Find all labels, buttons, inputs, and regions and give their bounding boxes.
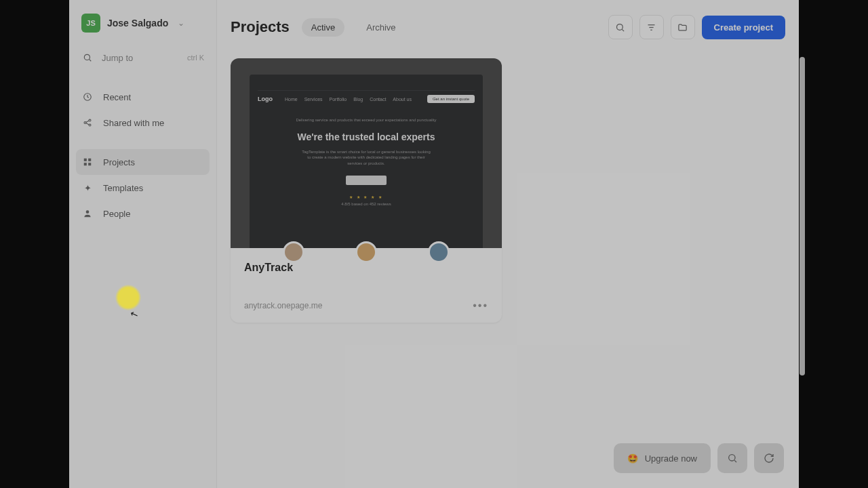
preview-button (346, 176, 387, 185)
upgrade-button[interactable]: 🤩 Upgrade now (614, 443, 711, 473)
svg-point-13 (617, 24, 623, 30)
emoji-icon: 🤩 (627, 453, 638, 464)
nav-projects[interactable]: Projects (76, 149, 210, 175)
preview-nav-item: Services (304, 97, 323, 102)
svg-line-19 (734, 460, 736, 462)
chevron-down-icon: ⌄ (178, 18, 184, 28)
nav-label: Shared with me (103, 118, 164, 128)
preview-desc: TagTemplate is the smart choice for loca… (302, 149, 431, 166)
nav-label: Recent (103, 92, 131, 102)
sparkle-icon: ✦ (81, 182, 94, 194)
preview-rating-stars: ★ ★ ★ ★ ★ (258, 195, 475, 199)
footer-actions: 🤩 Upgrade now (614, 443, 784, 473)
grid-icon (81, 156, 94, 168)
jump-shortcut: ctrl K (187, 54, 204, 62)
tab-archive[interactable]: Archive (357, 18, 405, 37)
preview-avatar (283, 241, 304, 263)
svg-line-14 (622, 29, 624, 31)
preview-heading: We're the trusted local experts (258, 131, 475, 142)
svg-rect-9 (88, 159, 91, 161)
preview-nav-item: Contact (370, 97, 386, 102)
nav-label: People (103, 209, 130, 219)
preview-rating-text: 4.8/5 based on 452 reviews (258, 202, 475, 206)
more-icon[interactable]: ••• (473, 300, 488, 312)
app-frame: JS Jose Salgado ⌄ Jump to ctrl K Recent (69, 0, 799, 488)
user-name: Jose Salgado (107, 18, 168, 28)
nav-section-1: Recent Shared with me (69, 84, 216, 136)
preview-avatars (231, 241, 502, 263)
preview-subheading: Delivering service and products that exc… (258, 118, 475, 122)
user-menu[interactable]: JS Jose Salgado ⌄ (69, 14, 216, 45)
preview-logo: Logo (258, 96, 273, 102)
jump-label: Jump to (102, 53, 133, 63)
preview-nav-item: Blog (353, 97, 363, 102)
person-icon (81, 207, 94, 220)
scrollbar[interactable] (800, 57, 805, 375)
create-project-button[interactable]: Create project (702, 16, 785, 39)
search-icon (81, 52, 94, 64)
preview-cta: Get an instant quote (427, 95, 475, 103)
nav-people[interactable]: People (69, 201, 216, 226)
main-content: Projects Active Archive Create project (217, 0, 799, 488)
page-title: Projects (231, 18, 290, 36)
preview-avatar (428, 241, 450, 263)
nav-label: Templates (103, 183, 143, 193)
svg-rect-11 (88, 163, 91, 165)
tab-active[interactable]: Active (302, 18, 344, 37)
svg-rect-8 (84, 159, 87, 161)
jump-to[interactable]: Jump to ctrl K (69, 45, 216, 70)
svg-point-12 (86, 210, 90, 214)
sidebar: JS Jose Salgado ⌄ Jump to ctrl K Recent (69, 0, 217, 488)
refresh-button[interactable] (754, 443, 784, 473)
preview-nav-item: Portfolio (330, 97, 347, 102)
folder-button[interactable] (671, 15, 695, 39)
help-search-button[interactable] (717, 443, 747, 473)
project-url[interactable]: anytrack.onepage.me (244, 301, 322, 310)
project-name: AnyTrack (244, 262, 488, 274)
svg-line-1 (90, 60, 92, 62)
search-button[interactable] (608, 15, 633, 39)
svg-line-6 (86, 121, 90, 122)
svg-point-0 (84, 54, 90, 60)
cursor-icon: ↖ (129, 307, 140, 320)
svg-rect-10 (84, 163, 87, 165)
filter-button[interactable] (639, 15, 664, 39)
upgrade-label: Upgrade now (645, 453, 697, 464)
nav-section-2: Projects ✦ Templates People (69, 149, 216, 226)
cursor-highlight (115, 285, 141, 310)
nav-recent[interactable]: Recent (69, 84, 216, 110)
nav-shared[interactable]: Shared with me (69, 110, 216, 136)
header: Projects Active Archive Create project (217, 0, 799, 46)
project-card[interactable]: Logo Home Services Portfolio Blog Contac… (231, 58, 502, 323)
preview-nav-item: About us (393, 97, 412, 102)
nav-templates[interactable]: ✦ Templates (69, 175, 216, 201)
project-thumbnail: Logo Home Services Portfolio Blog Contac… (231, 58, 502, 248)
clock-icon (81, 91, 94, 103)
share-icon (81, 117, 94, 129)
preview-avatar (355, 241, 377, 263)
svg-point-18 (729, 455, 735, 461)
preview-nav-item: Home (285, 97, 298, 102)
nav-label: Projects (103, 157, 135, 167)
avatar: JS (81, 14, 100, 33)
svg-line-7 (86, 123, 90, 125)
